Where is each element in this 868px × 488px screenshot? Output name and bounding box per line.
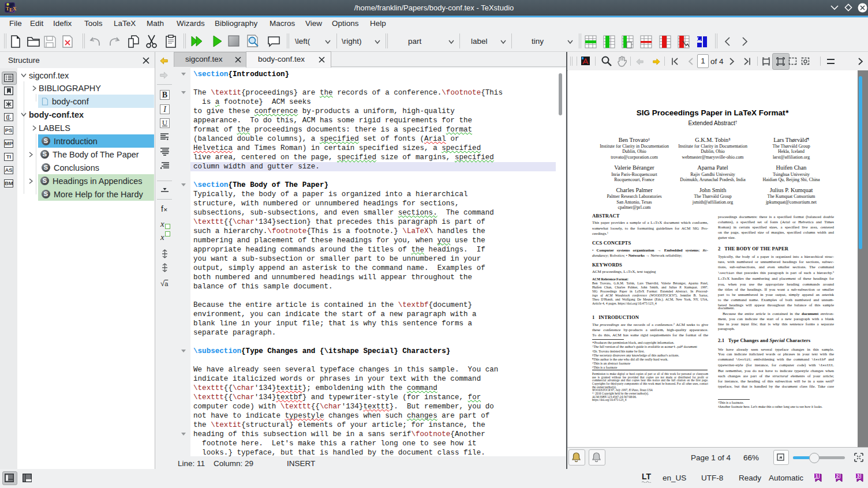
svg-text:2: 2 [836,473,839,479]
svg-text:1: 1 [815,473,818,479]
svg-text:3: 3 [857,473,860,479]
